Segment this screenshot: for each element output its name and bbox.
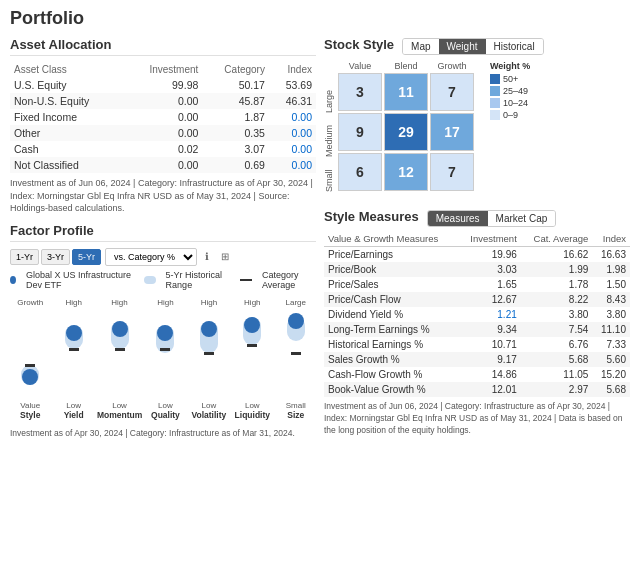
factor-col-size: LargeSmallSize bbox=[276, 298, 316, 420]
style-matrix-grid: Value Blend Growth 3117929176127 bbox=[338, 61, 474, 201]
factor-chart: GrowthValueStyleHighLowYieldHighLowMomen… bbox=[10, 294, 316, 424]
measure-index: 15.20 bbox=[592, 367, 630, 382]
factor-col-momentum: HighLowMomentum bbox=[97, 298, 142, 420]
matrix-cell: 7 bbox=[430, 73, 474, 111]
measure-investment: 12.01 bbox=[459, 382, 521, 397]
factor-cat-dot bbox=[69, 348, 79, 351]
factor-legend: Global X US Infrastructure Dev ETF 5-Yr … bbox=[10, 270, 316, 290]
measure-cat: 6.76 bbox=[521, 337, 593, 352]
weight-legend-item: 25–49 bbox=[490, 86, 530, 96]
matrix-cell: 9 bbox=[338, 113, 382, 151]
factor-cat-dot bbox=[204, 352, 214, 355]
info-icon[interactable]: ℹ bbox=[201, 249, 213, 264]
factor-cat-dot bbox=[25, 364, 35, 367]
factor-top-label: High bbox=[157, 298, 173, 307]
col-asset-class: Asset Class bbox=[10, 62, 124, 77]
factor-time-tabs: 1-Yr3-Yr5-Yr bbox=[10, 249, 101, 265]
matrix-cell: 11 bbox=[384, 73, 428, 111]
col-label-blend: Blend bbox=[384, 61, 428, 71]
measure-name: Book-Value Growth % bbox=[324, 382, 459, 397]
measure-cat: 11.05 bbox=[521, 367, 593, 382]
factor-etf-dot bbox=[288, 313, 304, 329]
matrix-with-labels: Large Medium Small Value Blend Growth 3 bbox=[324, 61, 474, 201]
factor-col-yield: HighLowYield bbox=[53, 298, 93, 420]
measures-tab-measures[interactable]: Measures bbox=[428, 211, 488, 226]
measures-col-measure: Value & Growth Measures bbox=[324, 231, 459, 247]
matrix-cell: 6 bbox=[338, 153, 382, 191]
factor-col-liquidity: HighLowLiquidity bbox=[232, 298, 272, 420]
legend-label: 0–9 bbox=[503, 110, 518, 120]
legend-color-box bbox=[490, 110, 500, 120]
asset-index: 0.00 bbox=[269, 109, 316, 125]
measure-investment: 10.71 bbox=[459, 337, 521, 352]
factor-col-quality: HighLowQuality bbox=[145, 298, 185, 420]
factor-tab-5yr[interactable]: 5-Yr bbox=[72, 249, 101, 265]
measure-name: Price/Earnings bbox=[324, 247, 459, 263]
factor-dropdown[interactable]: vs. Category % bbox=[105, 248, 197, 266]
measure-cat: 7.54 bbox=[521, 322, 593, 337]
factor-bar-container bbox=[283, 309, 309, 399]
cat-avg-legend-label: Category Average bbox=[262, 270, 316, 290]
measure-investment: 9.34 bbox=[459, 322, 521, 337]
matrix-cell: 12 bbox=[384, 153, 428, 191]
measures-tab-market-cap[interactable]: Market Cap bbox=[488, 211, 556, 226]
measure-investment: 3.03 bbox=[459, 262, 521, 277]
asset-index: 53.69 bbox=[269, 77, 316, 93]
stock-style-title: Stock Style bbox=[324, 37, 394, 55]
factor-tab-1yr[interactable]: 1-Yr bbox=[10, 249, 39, 265]
row-label-small: Small bbox=[324, 161, 334, 201]
measure-name: Price/Sales bbox=[324, 277, 459, 292]
measure-index: 5.60 bbox=[592, 352, 630, 367]
stock-style-tab-weight[interactable]: Weight bbox=[439, 39, 486, 54]
weight-legend-items: 50+25–4910–240–9 bbox=[490, 74, 530, 120]
factor-bar-container bbox=[61, 309, 87, 399]
measure-index: 5.68 bbox=[592, 382, 630, 397]
asset-name: Non-U.S. Equity bbox=[10, 93, 124, 109]
asset-category: 3.07 bbox=[202, 141, 269, 157]
measures-col-cat: Cat. Average bbox=[521, 231, 593, 247]
factor-top-label: Large bbox=[286, 298, 306, 307]
col-labels-row: Value Blend Growth bbox=[338, 61, 474, 71]
factor-col-label: Volatility bbox=[191, 410, 226, 420]
measure-index: 11.10 bbox=[592, 322, 630, 337]
table-icon[interactable]: ⊞ bbox=[217, 249, 233, 264]
measure-name: Dividend Yield % bbox=[324, 307, 459, 322]
factor-col-label: Quality bbox=[151, 410, 180, 420]
right-column: Stock Style MapWeightHistorical Large Me… bbox=[324, 37, 630, 438]
asset-index: 0.00 bbox=[269, 125, 316, 141]
factor-bottom-label: Low bbox=[158, 401, 173, 410]
measure-investment: 14.86 bbox=[459, 367, 521, 382]
factor-etf-dot bbox=[22, 369, 38, 385]
etf-legend-dot bbox=[10, 276, 16, 284]
asset-name: Cash bbox=[10, 141, 124, 157]
weight-legend-item: 50+ bbox=[490, 74, 530, 84]
factor-bottom-label: Value bbox=[20, 401, 40, 410]
factor-profile-section: Factor Profile 1-Yr3-Yr5-Yr vs. Category… bbox=[10, 223, 316, 438]
factor-bar-container bbox=[196, 309, 222, 399]
measure-name: Price/Book bbox=[324, 262, 459, 277]
factor-bar-container bbox=[17, 309, 43, 399]
factor-etf-dot bbox=[244, 317, 260, 333]
factor-etf-dot bbox=[201, 321, 217, 337]
factor-bottom-label: Small bbox=[286, 401, 306, 410]
factor-tab-3yr[interactable]: 3-Yr bbox=[41, 249, 70, 265]
weight-legend-title: Weight % bbox=[490, 61, 530, 71]
asset-index: 46.31 bbox=[269, 93, 316, 109]
measures-col-index: Index bbox=[592, 231, 630, 247]
weight-legend-item: 10–24 bbox=[490, 98, 530, 108]
weight-legend: Weight % 50+25–4910–240–9 bbox=[490, 61, 530, 201]
stock-style-tab-map[interactable]: Map bbox=[403, 39, 438, 54]
asset-allocation-title: Asset Allocation bbox=[10, 37, 316, 56]
style-measures-section: Style Measures MeasuresMarket Cap Value … bbox=[324, 209, 630, 437]
measure-name: Cash-Flow Growth % bbox=[324, 367, 459, 382]
page: Portfolio Asset Allocation Asset Class I… bbox=[0, 0, 640, 446]
stock-style-tab-historical[interactable]: Historical bbox=[486, 39, 543, 54]
factor-top-label: High bbox=[244, 298, 260, 307]
style-measures-title: Style Measures bbox=[324, 209, 419, 227]
factor-col-label: Liquidity bbox=[235, 410, 270, 420]
measure-cat: 5.68 bbox=[521, 352, 593, 367]
factor-bottom-label: Low bbox=[245, 401, 260, 410]
matrix-cell: 7 bbox=[430, 153, 474, 191]
measure-investment: 1.65 bbox=[459, 277, 521, 292]
factor-cat-dot bbox=[115, 348, 125, 351]
